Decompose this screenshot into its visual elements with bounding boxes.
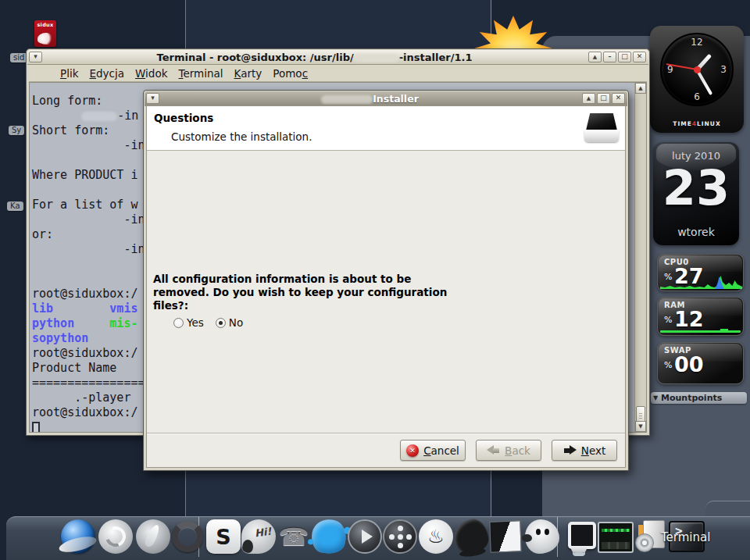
clock-face: 12 3 6 9 [660,33,734,106]
maximize-button[interactable] [618,52,631,62]
terminal-text-segment: Short form: [32,123,109,137]
radio-no[interactable] [216,318,226,328]
dock-icon-chat-hi-bird[interactable] [241,519,276,554]
shade-button[interactable] [588,52,602,62]
dock-icon-frog[interactable] [452,517,491,556]
monitor-unit: % [664,315,672,325]
window-menu-icon[interactable] [29,52,42,62]
radio-yes-label[interactable]: Yes [187,316,204,329]
dock-icon-globe-browser[interactable] [61,519,95,554]
mountpoints-bar[interactable]: ▼ Mountpoints [651,392,747,404]
terminal-text-segment: sopython [32,331,88,345]
swap-monitor-widget: SWAP % 00 [657,342,744,384]
next-arrow-icon [563,445,577,455]
dock-icon-rose[interactable] [98,519,133,554]
terminal-text-segment: vmis [109,301,138,316]
terminal-text-segment: Product Name [32,361,116,375]
collapse-arrow-icon: ▼ [653,392,658,404]
installer-titlebar[interactable]: Installer [145,91,627,106]
radio-yes[interactable] [173,318,184,328]
monitor-value: 00 [674,352,704,376]
menu-item-terminal[interactable]: Terminal [173,67,229,80]
terminal-text-segment: root@siduxbox:/ [32,346,138,360]
desktop: sidux sid Sy Ka Terminal - root@siduxbox… [0,0,750,560]
menu-item-karty[interactable]: Karty [229,67,268,80]
calendar-day: 23 [653,164,739,212]
menu-item-plik[interactable]: Plik [55,67,84,80]
dock-icon-opera-o[interactable] [170,519,205,554]
dock [6,516,750,560]
terminal-text-segment: python [32,316,74,330]
cancel-icon [406,444,419,457]
terminal-text-segment: root@siduxbox:/ [32,405,138,419]
clock-number: 12 [691,37,702,48]
back-button[interactable]: Back [476,440,541,461]
terminal-text-segment: ================ [32,376,145,390]
radio-no-label[interactable]: No [229,316,243,329]
mountpoints-label: Mountpoints [661,393,722,403]
terminal-text-segment [32,109,81,123]
close-button[interactable] [633,52,646,62]
terminal-text-segment: -in [32,242,145,256]
terminal-menubar: Plik Edycja Widok Terminal Karty Pomoc [29,65,647,82]
monitor-unit: % [664,360,672,370]
terminal-text-segment: lib [32,301,53,316]
question-text: All configuration information is about t… [153,273,466,312]
dock-icon-play-circle[interactable] [348,519,382,554]
terminal-text-segment: or: [32,227,53,241]
dock-icon-ink-splat[interactable] [309,516,349,557]
desktop-icon-label[interactable]: Sy [9,126,24,135]
terminal-text-segment: mis- [109,316,138,330]
menu-item-pomoc[interactable]: Pomoc [267,67,313,80]
calendar-weekday: wtorek [653,226,739,238]
dock-icon-telephone[interactable] [277,519,311,554]
calendar-month: luty 2010 [653,150,739,162]
ram-monitor-widget: RAM % 12 [657,297,744,336]
clock-center-dot [694,66,701,73]
dock-icon-flame-circle[interactable] [419,519,453,554]
terminal-text-segment: Long form: [32,94,102,108]
next-button[interactable]: Next [552,440,617,461]
back-arrow-icon [487,445,500,455]
dock-icon-feather-bird[interactable] [136,519,170,554]
sidux-icon-label: sidux [34,22,56,28]
ram-graph [660,330,741,333]
terminal-text-segment [53,301,109,316]
clock-widget: 12 3 6 9 TIME4LINUX [650,26,744,133]
maximize-button[interactable] [597,93,610,104]
desktop-icon-label[interactable]: sid [10,53,27,62]
minimize-button[interactable] [603,52,616,62]
terminal-titlebar[interactable]: Terminal - root@siduxbox: /usr/lib/-inst… [27,50,648,65]
terminal-cursor [32,422,40,433]
terminal-scrollbar[interactable]: ▲ ▼ [634,83,646,432]
terminal-window-title: Terminal - root@siduxbox: /usr/lib/-inst… [42,52,587,63]
dock-icon-skype[interactable] [206,519,241,554]
menu-item-edycja[interactable]: Edycja [84,67,130,80]
redacted-smudge [81,112,117,121]
shade-button[interactable] [582,93,595,104]
hard-drive-icon [584,112,619,144]
dock-icon-photo-split[interactable] [489,520,521,552]
window-menu-icon[interactable] [146,93,159,104]
dock-icon-gimp-wilber[interactable] [525,519,559,554]
dock-terminal-label: Terminal [661,530,710,544]
clock-number: 6 [694,91,700,102]
installer-body: Questions Customize the installation. Al… [146,105,626,468]
cancel-button[interactable]: Cancel [400,440,466,461]
menu-item-widok[interactable]: Widok [130,67,173,80]
dock-icon-virtualbox-cube[interactable] [562,519,596,554]
clock-number: 3 [720,64,727,75]
scroll-up-icon[interactable]: ▲ [635,83,646,94]
dock-icon-film-reel[interactable] [383,519,417,554]
cpu-graph [660,273,742,289]
terminal-text-segment: For a list of w [32,198,138,212]
terminal-text-segment: -in [32,212,145,226]
monitor-value: 12 [674,307,704,331]
desktop-icon-label[interactable]: Ka [7,202,23,211]
calendar-widget: luty 2010 23 wtorek [653,142,739,245]
sidux-desktop-icon[interactable]: sidux [34,20,56,47]
cpu-monitor-widget: CPU0 % 27 [657,254,744,291]
scroll-down-icon[interactable]: ▼ [635,421,646,432]
close-button[interactable] [612,93,625,104]
dock-icon-system-monitor[interactable] [598,522,634,553]
